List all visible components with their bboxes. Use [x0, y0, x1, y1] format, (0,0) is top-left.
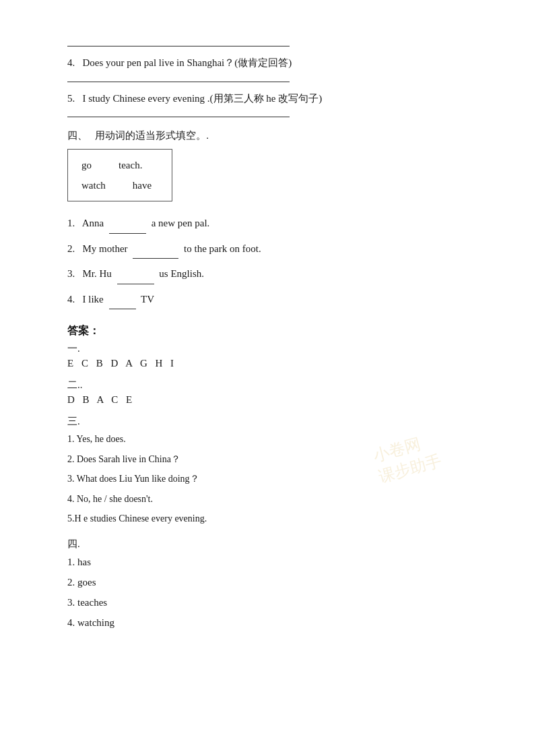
answer-section4: 四. 1. has 2. goes 3. teaches 4. watching	[67, 538, 480, 632]
ans2-content: D B A C E	[67, 394, 480, 406]
answer-section3: 三. 1. Yes, he does. 2. Does Sarah live i…	[67, 415, 480, 528]
q5-label: 5.	[67, 93, 75, 104]
ans1-label: 一.	[67, 342, 480, 355]
fill-q2-before: My mother	[83, 243, 128, 254]
top-divider-1	[67, 46, 290, 46]
divider-q5	[67, 117, 290, 117]
section4-instruction: 用动词的适当形式填空。.	[95, 130, 209, 141]
word-box: go teach. watch have	[67, 149, 172, 201]
fill-q4-before: I like	[83, 294, 104, 305]
fill-q3-blank	[117, 264, 154, 284]
fill-q2-num: 2.	[67, 243, 75, 254]
ans3-item-5: 5.H e studies Chinese every evening.	[67, 510, 480, 528]
section4-label: 四、	[67, 130, 88, 141]
fill-q4: 4. I like TV	[67, 290, 480, 310]
ans3-items: 1. Yes, he does. 2. Does Sarah live in C…	[67, 431, 480, 528]
fill-q4-blank	[109, 290, 136, 310]
ans3-item-4: 4. No, he / she doesn't.	[67, 491, 480, 509]
fill-q4-num: 4.	[67, 294, 75, 305]
question-4-block: 4. Does your pen pal live in Shanghai？(做…	[67, 55, 480, 72]
answer-title: 答案：	[67, 324, 480, 338]
ans3-item-1: 1. Yes, he does.	[67, 431, 480, 449]
answer-section1: 一. E C B D A G H I	[67, 342, 480, 369]
word-have: have	[133, 175, 152, 195]
ans4-items: 1. has 2. goes 3. teaches 4. watching	[67, 553, 480, 632]
fill-q3-after: us English.	[159, 268, 204, 279]
q5-content: I study Chinese every evening .(用第三人称 he…	[83, 93, 323, 104]
q4-content: Does your pen pal live in Shanghai？(做肯定回…	[83, 57, 292, 68]
fill-q3-before: Mr. Hu	[83, 268, 112, 279]
word-row-1: go teach.	[81, 155, 152, 175]
question-5-text: 5. I study Chinese every evening .(用第三人称…	[67, 90, 480, 108]
question-4-text: 4. Does your pen pal live in Shanghai？(做…	[67, 55, 480, 72]
ans3-label: 三.	[67, 415, 480, 428]
fill-q1: 1. Anna a new pen pal.	[67, 214, 480, 234]
fill-q1-blank	[109, 214, 146, 234]
ans2-label: 二..	[67, 379, 480, 391]
answer-section: 答案： 一. E C B D A G H I 二.. D B A C E 三. …	[67, 324, 480, 632]
ans3-item-3: 3. What does Liu Yun like doing？	[67, 470, 480, 489]
ans3-item-2: 2. Does Sarah live in China？	[67, 451, 480, 469]
fill-q2-blank	[133, 239, 178, 259]
divider-q4	[67, 82, 290, 82]
q4-label: 4.	[67, 57, 75, 68]
ans4-item-4: 4. watching	[67, 614, 480, 632]
fill-q2-after: to the park on foot.	[184, 243, 261, 254]
ans4-item-1: 1. has	[67, 553, 480, 571]
fill-q3-num: 3.	[67, 268, 75, 279]
word-watch: watch	[81, 175, 106, 195]
word-teach: teach.	[119, 155, 142, 175]
section4-header: 四、 用动词的适当形式填空。.	[67, 129, 480, 142]
page-wrapper: 4. Does your pen pal live in Shanghai？(做…	[67, 46, 480, 632]
answer-section2: 二.. D B A C E	[67, 379, 480, 406]
fill-q4-after: TV	[141, 294, 154, 305]
word-go: go	[81, 155, 92, 175]
fill-q1-num: 1.	[67, 218, 75, 228]
ans4-label: 四.	[67, 538, 480, 550]
ans4-item-3: 3. teaches	[67, 594, 480, 612]
fill-q1-after: a new pen pal.	[152, 218, 210, 228]
ans1-content: E C B D A G H I	[67, 358, 480, 369]
fill-q3: 3. Mr. Hu us English.	[67, 264, 480, 284]
ans4-item-2: 2. goes	[67, 573, 480, 592]
fill-q1-before: Anna	[82, 218, 104, 228]
word-row-2: watch have	[81, 175, 152, 195]
question-5-block: 5. I study Chinese every evening .(用第三人称…	[67, 90, 480, 108]
fill-q2: 2. My mother to the park on foot.	[67, 239, 480, 259]
